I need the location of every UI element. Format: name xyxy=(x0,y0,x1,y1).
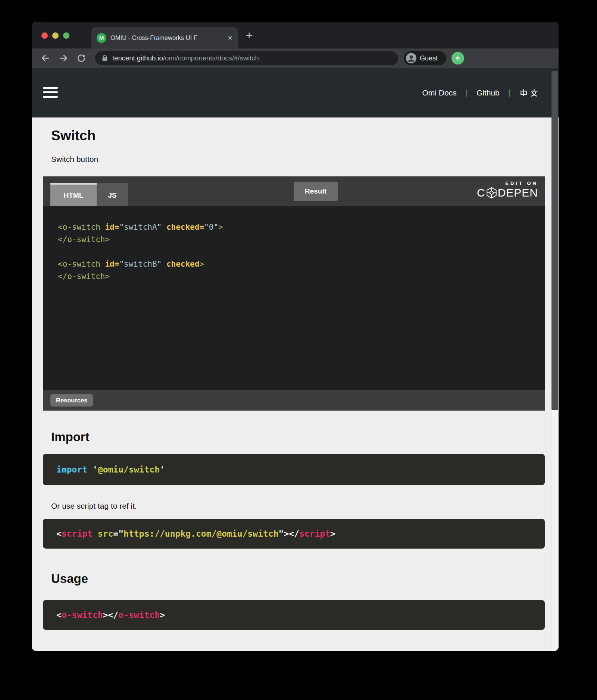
profile-button[interactable]: Guest xyxy=(403,51,447,66)
window-controls xyxy=(41,32,69,39)
minimize-window-button[interactable] xyxy=(52,32,59,39)
guest-avatar-icon xyxy=(406,53,416,63)
nav-separator: | xyxy=(466,88,468,97)
site-nav: Omi Docs | Github | xyxy=(422,68,538,117)
codepen-embed: HTML JS Result EDIT ON C DEPEN xyxy=(43,176,545,411)
new-tab-button[interactable]: + xyxy=(246,29,253,42)
site-header: Omi Docs | Github | xyxy=(32,68,559,117)
scrollbar-thumb[interactable] xyxy=(551,71,558,410)
back-icon[interactable] xyxy=(41,53,50,63)
menu-bar xyxy=(43,96,58,98)
usage-code-block: <o-switch></o-switch> xyxy=(43,600,545,630)
wen-glyph-icon xyxy=(530,88,538,97)
menu-bar xyxy=(43,87,58,89)
menu-bar xyxy=(43,91,58,93)
codepen-brand-depen: DEPEN xyxy=(498,186,538,199)
url-text: tencent.github.io/omi/components/docs/#/… xyxy=(112,54,259,62)
url-host: tencent.github.io xyxy=(112,54,163,62)
tab-title: OMIU - Cross-Frameworks UI F xyxy=(110,34,226,41)
address-bar[interactable]: tencent.github.io/omi/components/docs/#/… xyxy=(95,51,398,65)
profile-label: Guest xyxy=(420,54,438,62)
tab-html[interactable]: HTML xyxy=(50,183,97,206)
edit-on-label: EDIT ON xyxy=(477,181,538,186)
codepen-footer: Resources xyxy=(43,390,545,411)
lock-icon[interactable] xyxy=(102,54,108,62)
browser-window: M OMIU - Cross-Frameworks UI F × + tence… xyxy=(32,22,559,651)
arrow-up-icon xyxy=(454,55,461,62)
codepen-toolbar: HTML JS Result EDIT ON C DEPEN xyxy=(43,176,545,206)
tab-js[interactable]: JS xyxy=(97,183,128,206)
url-path: /omi/components/docs/#/switch xyxy=(163,54,259,62)
usage-heading: Usage xyxy=(51,572,559,586)
fullscreen-window-button[interactable] xyxy=(63,32,69,39)
page-subtitle: Switch button xyxy=(51,155,559,164)
code-editor[interactable]: <o-switch id="switchA" checked="0"></o-s… xyxy=(43,206,545,390)
close-window-button[interactable] xyxy=(41,32,48,39)
omiu-favicon-icon: M xyxy=(97,33,106,43)
page-title: Switch xyxy=(51,128,559,144)
import-code-block: import '@omiu/switch' xyxy=(43,454,545,485)
tab-strip: M OMIU - Cross-Frameworks UI F × + xyxy=(32,22,559,48)
scrollbar-track[interactable] xyxy=(551,410,559,651)
codepen-brand-c: C xyxy=(477,186,485,199)
page-content: Switch Switch button HTML JS Result EDIT… xyxy=(32,117,559,651)
nav-separator: | xyxy=(509,88,510,97)
browser-toolbar: tencent.github.io/omi/components/docs/#/… xyxy=(32,48,559,68)
forward-icon[interactable] xyxy=(59,53,68,63)
tab-title-fade xyxy=(210,27,226,48)
codepen-tabs: HTML JS xyxy=(50,183,128,206)
tab-close-icon[interactable]: × xyxy=(228,34,232,42)
browser-update-button[interactable] xyxy=(451,52,464,65)
result-button[interactable]: Result xyxy=(294,182,338,201)
script-note: Or use script tag to ref it. xyxy=(51,502,559,511)
resources-button[interactable]: Resources xyxy=(50,394,93,406)
codepen-logo-icon xyxy=(486,186,497,199)
nav-link-chinese[interactable] xyxy=(519,88,538,97)
script-code-block: <script src="https://unpkg.com/@omiu/swi… xyxy=(43,519,545,549)
nav-link-omi-docs[interactable]: Omi Docs xyxy=(422,88,457,97)
edit-on-codepen-link[interactable]: EDIT ON C DEPEN xyxy=(477,181,538,199)
menu-icon[interactable] xyxy=(43,87,58,100)
browser-tab[interactable]: M OMIU - Cross-Frameworks UI F × xyxy=(91,27,238,48)
zhong-glyph-icon xyxy=(519,88,528,97)
codepen-brand: C DEPEN xyxy=(477,186,538,199)
nav-link-github[interactable]: Github xyxy=(476,88,500,97)
reload-icon[interactable] xyxy=(76,53,86,63)
import-heading: Import xyxy=(51,430,559,444)
